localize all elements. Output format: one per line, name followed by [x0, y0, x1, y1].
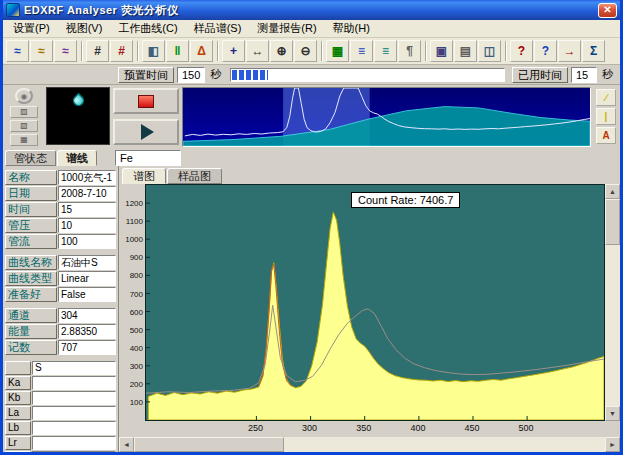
print-button[interactable]: ▤: [454, 40, 477, 62]
help-book-button[interactable]: ?: [510, 40, 533, 62]
menu-item-1[interactable]: 视图(V): [58, 20, 111, 37]
chart-tab-1[interactable]: 样品图: [167, 168, 222, 184]
menu-item-2[interactable]: 工作曲线(C): [110, 20, 185, 37]
run-button-column: [113, 87, 179, 147]
report-button[interactable]: ≡: [374, 40, 397, 62]
info-row: 时间15: [5, 202, 116, 217]
spectrum-plot[interactable]: Count Rate: 7406.7: [145, 184, 605, 421]
zoom-in-button[interactable]: ⊕: [270, 40, 293, 62]
menu-item-5[interactable]: 帮助(H): [325, 20, 378, 37]
info-value: False: [58, 287, 116, 302]
info-label: 曲线类型: [5, 271, 57, 286]
chart-vertical-scrollbar[interactable]: ▲ ▼: [605, 184, 620, 421]
horizontal-scroll-thumb[interactable]: [134, 437, 284, 452]
aux-button-2-icon: ▧: [20, 121, 28, 130]
info-label: 记数: [5, 340, 57, 355]
timebar-spacer: [3, 66, 115, 83]
elapsed-time-unit: 秒: [600, 67, 615, 82]
menu-item-4[interactable]: 测量报告(R): [249, 20, 324, 37]
line-label: Le: [5, 451, 31, 452]
lamp-button[interactable]: ◉: [15, 88, 33, 104]
line-label: La: [5, 406, 31, 420]
equalizer-button[interactable]: ‖: [166, 40, 189, 62]
control-strip: ◉▨▧▦ ∕|A: [3, 85, 620, 149]
water-drop-icon: [70, 93, 86, 109]
marker-button[interactable]: +: [222, 40, 245, 62]
toolbar-separator: [217, 41, 219, 61]
info-value: 100: [58, 234, 116, 249]
copy-button[interactable]: ◫: [478, 40, 501, 62]
stats-button[interactable]: Σ: [582, 40, 605, 62]
y-tick-label: 1100: [126, 217, 143, 226]
close-icon[interactable]: ✕: [598, 3, 617, 18]
chart-horizontal-scrollbar[interactable]: ◄ ►: [119, 437, 620, 452]
chart-tabs: 谱图样品图: [119, 166, 620, 184]
info-row: 准备好False: [5, 287, 116, 302]
x-tick-label: 300: [297, 423, 323, 433]
info-label: 日期: [5, 186, 57, 201]
time-bar: 预置时间 150 秒 已用时间 15 秒: [3, 65, 620, 85]
bottom-region: 名称1000充气-1日期2008-7-10时间15管压10管流100曲线名称石油…: [3, 166, 620, 452]
info-value: 石油中S: [58, 255, 116, 270]
table-button[interactable]: ▦: [326, 40, 349, 62]
scroll-down-icon[interactable]: ▼: [605, 406, 620, 421]
spectrum-overlay-button[interactable]: ≈: [54, 40, 77, 62]
element-field[interactable]: Fe: [115, 150, 181, 166]
measure-progress-bar: [230, 68, 505, 82]
context-help-icon: ?: [542, 44, 549, 58]
info-value: 304: [58, 308, 116, 323]
vertical-scroll-thumb[interactable]: [605, 199, 620, 245]
y-tick-label: 400: [130, 344, 143, 353]
toolbar-separator: [505, 41, 507, 61]
aux-button-3[interactable]: ▦: [10, 134, 38, 146]
marker-peak-button[interactable]: A: [596, 127, 616, 144]
notes-button[interactable]: ¶: [398, 40, 421, 62]
spectrum-open-button[interactable]: ≈: [6, 40, 29, 62]
exit-button[interactable]: →: [558, 40, 581, 62]
info-row: 能量2.88350: [5, 324, 116, 339]
info-label: 管压: [5, 218, 57, 233]
calibrate-energy-icon: #: [94, 44, 101, 58]
palette-button[interactable]: ◧: [142, 40, 165, 62]
vertical-scroll-track[interactable]: [605, 245, 620, 406]
scroll-up-icon[interactable]: ▲: [605, 184, 620, 199]
stop-button[interactable]: [113, 88, 179, 114]
info-label: 通道: [5, 308, 57, 323]
info-row: 管流100: [5, 234, 116, 249]
progress-fill: [232, 70, 267, 80]
preset-time-label: 预置时间: [118, 67, 174, 83]
lamp-button-icon: ◉: [21, 92, 28, 101]
line-label: Lb: [5, 421, 31, 435]
line-value: [32, 391, 116, 405]
calibrate-peak-button[interactable]: #: [110, 40, 133, 62]
aux-button-1[interactable]: ▨: [10, 106, 38, 118]
side-tab-0[interactable]: 管状态: [5, 150, 56, 166]
smooth-button[interactable]: Δ: [190, 40, 213, 62]
calibrate-energy-button[interactable]: #: [86, 40, 109, 62]
report-icon: ≡: [382, 44, 389, 58]
menu-item-3[interactable]: 样品谱(S): [186, 20, 250, 37]
start-button[interactable]: [113, 119, 179, 145]
exit-icon: →: [564, 44, 576, 58]
line-value: [32, 421, 116, 435]
zoom-out-button[interactable]: ⊖: [294, 40, 317, 62]
scroll-left-icon[interactable]: ◄: [119, 437, 134, 452]
spectrum-overlay-icon: ≈: [62, 44, 69, 58]
aux-button-2[interactable]: ▧: [10, 120, 38, 132]
x-tick-label: 250: [242, 423, 268, 433]
expand-x-button[interactable]: ↔: [246, 40, 269, 62]
y-axis-labels: 100200300400500600700800900100011001200: [119, 184, 145, 421]
save-icon: ▣: [436, 44, 447, 58]
menu-item-0[interactable]: 设置(P): [5, 20, 58, 37]
scroll-right-icon[interactable]: ►: [605, 437, 620, 452]
side-tab-1[interactable]: 谱线: [57, 150, 97, 166]
chart-tab-0[interactable]: 谱图: [122, 168, 166, 184]
marker-slope-icon: ∕: [605, 92, 607, 103]
save-button[interactable]: ▣: [430, 40, 453, 62]
marker-line-button[interactable]: |: [596, 108, 616, 125]
marker-slope-button[interactable]: ∕: [596, 89, 616, 106]
context-help-button[interactable]: ?: [534, 40, 557, 62]
spectrum-save-button[interactable]: ≈: [30, 40, 53, 62]
toolbar-separator: [81, 41, 83, 61]
list-button[interactable]: ≡: [350, 40, 373, 62]
